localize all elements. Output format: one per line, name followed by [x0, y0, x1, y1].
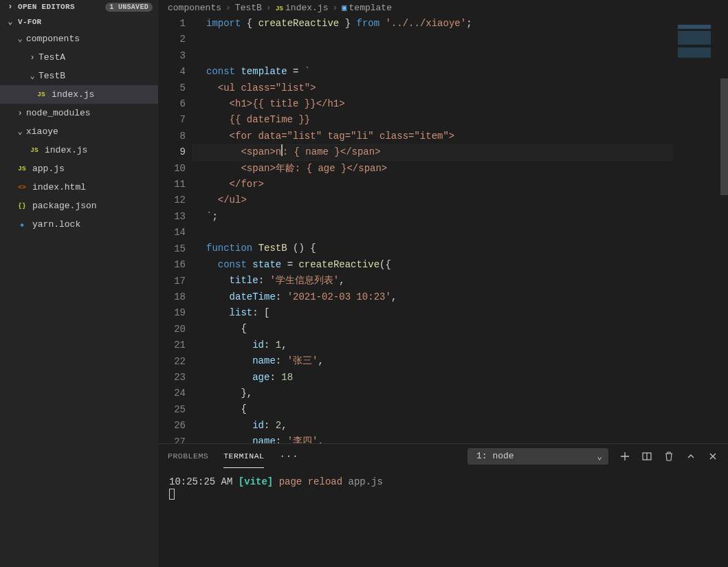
code-line[interactable]: name: '张三',	[192, 353, 728, 369]
code-editor[interactable]: import { createReactive } from '../../xi…	[192, 15, 728, 443]
symbol-icon: ▣	[342, 3, 346, 13]
breadcrumb-seg[interactable]: TestB	[235, 3, 262, 13]
js-file-icon: JS	[276, 5, 283, 12]
tree-folder-xiaoye[interactable]: ⌄xiaoye	[0, 122, 158, 141]
line-number: 8	[158, 129, 186, 144]
tree-file-index.html[interactable]: <>index.html	[0, 178, 158, 197]
minimap[interactable]	[673, 15, 728, 443]
code-line[interactable]: function TestB () {	[192, 241, 728, 256]
tree-folder-node_modules[interactable]: ›node_modules	[0, 104, 158, 122]
code-line[interactable]: title: '学生信息列表',	[192, 273, 728, 289]
code-line[interactable]: {	[192, 401, 728, 417]
terminal-select-label: 1: node	[476, 451, 514, 461]
tab-terminal[interactable]: TERMINAL	[223, 444, 264, 468]
unsaved-badge: 1 UNSAVED	[105, 3, 153, 12]
file-tree: ⌄components›TestA⌄TestBJSindex.js›node_m…	[0, 30, 158, 567]
terminal-select[interactable]: 1: node ⌄	[467, 448, 608, 465]
line-number: 1	[158, 16, 186, 32]
code-line[interactable]: import { createReactive } from '../../xi…	[192, 16, 728, 32]
line-number: 2	[158, 32, 186, 47]
tree-folder-TestB[interactable]: ⌄TestB	[0, 67, 158, 85]
code-line[interactable]: </ul>	[192, 192, 728, 208]
breadcrumb[interactable]: components › TestB › JSindex.js › ▣templ…	[158, 0, 728, 15]
line-number: 20	[158, 322, 186, 337]
tree-folder-components[interactable]: ⌄components	[0, 30, 158, 48]
terminal-line: 10:25:25 AM [vite] page reload app.js	[169, 475, 717, 489]
chevron-right-icon: ›	[27, 53, 37, 63]
line-number: 19	[158, 305, 186, 321]
line-number: 26	[158, 418, 186, 434]
chevron-right-icon: ›	[5, 2, 15, 12]
chevron-right-icon: ›	[225, 3, 231, 13]
code-line[interactable]: id: 2,	[192, 418, 728, 434]
tree-file-index.js[interactable]: JSindex.js	[0, 85, 158, 104]
chevron-down-icon: ⌄	[27, 71, 37, 81]
js-file-icon: JS	[27, 145, 41, 156]
terminal-output[interactable]: 10:25:25 AM [vite] page reload app.js	[158, 468, 728, 567]
tree-file-app.js[interactable]: JSapp.js	[0, 159, 158, 178]
code-line[interactable]	[192, 225, 728, 241]
js-file-icon: JS	[15, 164, 29, 175]
chevron-right-icon: ›	[15, 109, 25, 118]
code-line[interactable]: `;	[192, 209, 728, 225]
trash-icon[interactable]	[663, 451, 674, 462]
code-line[interactable]: {	[192, 321, 728, 337]
tree-item-label: TestA	[38, 52, 65, 63]
tree-file-index.js[interactable]: JSindex.js	[0, 141, 158, 159]
line-number: 15	[158, 241, 186, 257]
json-file-icon: {}	[15, 201, 29, 212]
tree-file-yarn.lock[interactable]: ◆yarn.lock	[0, 215, 158, 234]
breadcrumb-seg[interactable]: JSindex.js	[276, 3, 329, 13]
tree-folder-TestA[interactable]: ›TestA	[0, 48, 158, 67]
code-line[interactable]: <ul class="list">	[192, 80, 728, 96]
panel-tabs: PROBLEMS TERMINAL ··· 1: node ⌄	[158, 444, 728, 468]
code-line[interactable]: name: '李四',	[192, 434, 728, 443]
tree-item-label: index.html	[32, 182, 86, 192]
sidebar: › OPEN EDITORS 1 UNSAVED ⌄ V-FOR ⌄compon…	[0, 0, 158, 567]
code-line[interactable]: <span>n: { name }</span>	[192, 144, 728, 160]
tree-file-package.json[interactable]: {}package.json	[0, 197, 158, 215]
line-number: 24	[158, 386, 186, 401]
open-editors-header[interactable]: › OPEN EDITORS 1 UNSAVED	[0, 0, 158, 14]
more-tabs-icon[interactable]: ···	[279, 451, 298, 462]
code-line[interactable]: id: 1,	[192, 337, 728, 353]
code-line[interactable]: },	[192, 386, 728, 401]
line-number: 5	[158, 80, 186, 96]
project-name-row[interactable]: ⌄ V-FOR	[0, 14, 158, 30]
line-number: 9	[158, 144, 186, 160]
tree-item-label: xiaoye	[26, 126, 58, 137]
tree-item-label: index.js	[52, 89, 94, 100]
code-line[interactable]: <span>年龄: { age }</span>	[192, 161, 728, 177]
tab-problems[interactable]: PROBLEMS	[168, 444, 208, 468]
js-file-icon: JS	[34, 89, 48, 100]
breadcrumb-seg[interactable]: ▣template	[342, 3, 392, 13]
new-terminal-icon[interactable]	[619, 451, 630, 462]
code-line[interactable]: dateTime: '2021-02-03 10:23',	[192, 289, 728, 305]
code-line[interactable]: list: [	[192, 305, 728, 321]
chevron-down-icon: ⌄	[15, 34, 25, 44]
code-line[interactable]: {{ dateTime }}	[192, 112, 728, 128]
code-line[interactable]: </for>	[192, 177, 728, 192]
breadcrumb-seg[interactable]: components	[168, 3, 221, 13]
code-line[interactable]: const state = createReactive({	[192, 257, 728, 273]
tree-item-label: TestB	[38, 71, 65, 81]
code-line[interactable]: const template = `	[192, 64, 728, 80]
terminal-cursor-icon	[169, 489, 175, 500]
code-line[interactable]	[192, 32, 728, 47]
yarn-file-icon: ◆	[15, 219, 29, 230]
line-number: 7	[158, 112, 186, 128]
close-icon[interactable]	[707, 452, 718, 461]
tree-item-label: components	[26, 34, 80, 44]
code-line[interactable]: <for data="list" tag="li" class="item">	[192, 129, 728, 144]
chevron-down-icon: ⌄	[597, 451, 602, 462]
chevron-right-icon: ›	[332, 3, 338, 13]
line-number: 14	[158, 225, 186, 241]
split-terminal-icon[interactable]	[641, 451, 652, 462]
code-line[interactable]: age: 18	[192, 370, 728, 386]
line-number: 23	[158, 370, 186, 386]
html-file-icon: <>	[15, 182, 29, 193]
minimap-scrollbar[interactable]	[720, 78, 728, 195]
code-line[interactable]	[192, 48, 728, 64]
chevron-up-icon[interactable]	[685, 452, 696, 461]
code-line[interactable]: <h1>{{ title }}</h1>	[192, 96, 728, 112]
